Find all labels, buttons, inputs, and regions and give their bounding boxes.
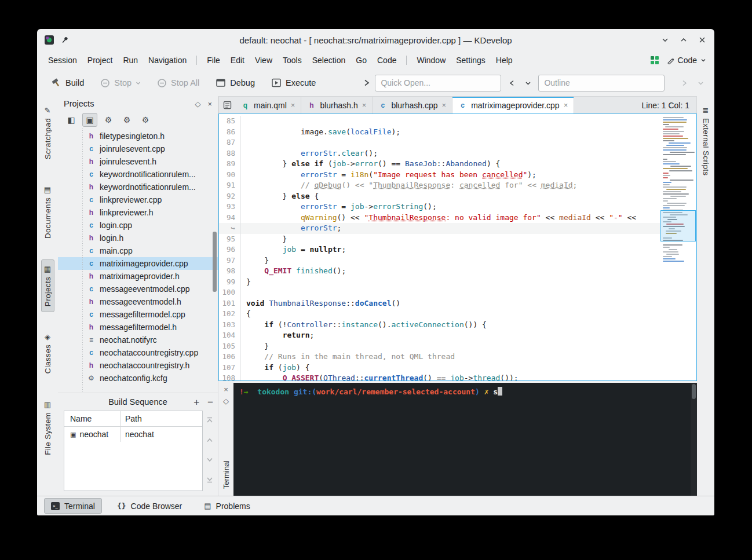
show-targets-icon[interactable]: ▣ bbox=[82, 113, 97, 127]
code-line[interactable]: 86 image.save(localFile); bbox=[219, 127, 660, 138]
tree-item-messageeventmodel-h[interactable]: hmessageeventmodel.h bbox=[58, 295, 218, 308]
terminal-scrollbar-thumb[interactable] bbox=[692, 384, 696, 399]
gear-icon-3[interactable]: ⚙ bbox=[138, 113, 153, 127]
gear-icon-2[interactable]: ⚙ bbox=[119, 113, 134, 127]
move-bottom-button[interactable] bbox=[205, 474, 215, 485]
code-line[interactable]: 98 Q_EMIT finished(); bbox=[219, 266, 660, 277]
add-target-button[interactable]: + bbox=[194, 397, 199, 407]
area-grid-icon[interactable] bbox=[651, 56, 659, 64]
menu-item-session[interactable]: Session bbox=[43, 53, 82, 67]
tree-item-linkpreviewer-cpp[interactable]: clinkpreviewer.cpp bbox=[58, 193, 218, 206]
tree-item-filetypesingleton-h[interactable]: hfiletypesingleton.h bbox=[58, 130, 218, 142]
close-tab-icon[interactable]: × bbox=[564, 101, 568, 109]
debug-button[interactable]: Debug bbox=[210, 74, 261, 92]
code-line[interactable]: 107 if (job) { bbox=[219, 363, 660, 374]
close-terminal-icon[interactable]: × bbox=[224, 385, 228, 397]
nav-dropdown-button[interactable] bbox=[522, 76, 534, 90]
close-tab-icon[interactable]: × bbox=[362, 101, 367, 109]
move-top-button[interactable] bbox=[205, 415, 215, 426]
close-button[interactable] bbox=[697, 35, 707, 45]
nav-back-button[interactable] bbox=[506, 76, 517, 90]
close-tab-icon[interactable]: × bbox=[442, 101, 447, 109]
code-line[interactable]: 92 } else { bbox=[219, 191, 660, 202]
menu-item-code[interactable]: Code bbox=[372, 53, 401, 67]
tree-item-neochatconfig-kcfg[interactable]: ⚙neochatconfig.kcfg bbox=[58, 372, 218, 385]
dock-tab-projects[interactable]: ▦Projects bbox=[41, 259, 54, 312]
menu-item-navigation[interactable]: Navigation bbox=[143, 53, 192, 67]
column-header-path[interactable]: Path bbox=[120, 411, 202, 426]
code-line[interactable]: ↪ errorStr; bbox=[219, 223, 660, 234]
tree-item-main-cpp[interactable]: cmain.cpp bbox=[58, 244, 218, 257]
stop-all-button[interactable]: Stop All bbox=[151, 74, 205, 92]
tree-item-matriximageprovider-h[interactable]: hmatriximageprovider.h bbox=[58, 270, 218, 283]
code-line[interactable]: 103 if (!Controller::instance().activeCo… bbox=[219, 320, 660, 331]
tree-item-keywordnotificationrulem[interactable]: hkeywordnotificationrulem... bbox=[58, 181, 218, 193]
code-line[interactable]: 106 // Runs in the main thread, not QML … bbox=[219, 352, 660, 363]
menu-item-tools[interactable]: Tools bbox=[278, 53, 307, 67]
code-line[interactable]: 93 errorStr = job->errorString(); bbox=[219, 202, 660, 213]
tree-item-messagefiltermodel-h[interactable]: hmessagefiltermodel.h bbox=[58, 321, 218, 334]
minimap[interactable] bbox=[660, 114, 696, 380]
menu-item-project[interactable]: Project bbox=[82, 53, 118, 67]
code-line[interactable]: 95 } bbox=[219, 234, 660, 245]
tree-item-linkpreviewer-h[interactable]: hlinkpreviewer.h bbox=[58, 206, 218, 219]
tree-item-joinrulesevent-h[interactable]: hjoinrulesevent.h bbox=[58, 155, 218, 168]
menu-item-selection[interactable]: Selection bbox=[307, 53, 351, 67]
code-line[interactable]: 102{ bbox=[219, 309, 660, 320]
menu-item-view[interactable]: View bbox=[250, 53, 278, 67]
execute-button[interactable]: Execute bbox=[265, 74, 322, 92]
tree-item-keywordnotificationrulem[interactable]: ckeywordnotificationrulem... bbox=[58, 168, 218, 181]
document-list-icon[interactable] bbox=[219, 97, 235, 114]
tree-item-matriximageprovider-cpp[interactable]: cmatriximageprovider.cpp bbox=[58, 257, 218, 270]
tree-item-login-h[interactable]: hlogin.h bbox=[58, 232, 218, 244]
menu-item-go[interactable]: Go bbox=[351, 53, 372, 67]
code-line[interactable]: 90 errorStr = i18n("Image request has be… bbox=[219, 170, 660, 181]
code-line[interactable]: 89 } else if (job->error() == BaseJob::A… bbox=[219, 159, 660, 170]
code-line[interactable]: 101void ThumbnailResponse::doCancel() bbox=[219, 298, 660, 309]
terminal-scrollbar[interactable] bbox=[691, 383, 697, 496]
build-sequence-row[interactable]: ▣neochatneochat bbox=[64, 427, 202, 442]
minimap-viewport[interactable] bbox=[660, 210, 696, 241]
terminal-screen[interactable]: !→ tokodon git:(work/carl/remember-selec… bbox=[233, 383, 691, 496]
menu-item-help[interactable]: Help bbox=[491, 53, 518, 67]
editor-tab-matriximageprovider-cpp[interactable]: cmatriximageprovider.cpp× bbox=[452, 97, 574, 114]
tree-item-neochataccountregistry-cpp[interactable]: cneochataccountregistry.cpp bbox=[58, 346, 218, 359]
tree-scrollbar[interactable] bbox=[213, 232, 217, 292]
float-panel-icon[interactable]: ◇ bbox=[195, 100, 200, 108]
maximize-button[interactable] bbox=[678, 35, 689, 45]
code-line[interactable]: 87 bbox=[219, 137, 660, 148]
code-line[interactable]: 104 return; bbox=[219, 330, 660, 341]
nav-forward-dropdown-button[interactable] bbox=[695, 76, 706, 90]
editor-tab-blurhash-h[interactable]: hblurhash.h× bbox=[301, 97, 373, 114]
detach-terminal-icon[interactable]: ◇ bbox=[223, 397, 229, 408]
code-line[interactable]: 94 qWarning() << "ThumbnailResponse: no … bbox=[219, 213, 660, 224]
statusbar-tab-code-browser[interactable]: {}Code Browser bbox=[110, 498, 189, 514]
editor-tab-main-qml[interactable]: qmain.qml× bbox=[235, 97, 301, 114]
dock-tab-scratchpad[interactable]: ✎Scratchpad bbox=[41, 101, 54, 165]
editor-tab-blurhash-cpp[interactable]: cblurhash.cpp× bbox=[373, 97, 452, 114]
pin-icon[interactable] bbox=[60, 35, 70, 45]
code-line[interactable]: 108 Q_ASSERT(QThread::currentThread() ==… bbox=[219, 373, 660, 380]
tree-item-messagefiltermodel-cpp[interactable]: cmessagefiltermodel.cpp bbox=[58, 308, 218, 321]
dock-tab-documents[interactable]: ▤Documents bbox=[41, 180, 54, 244]
statusbar-tab-problems[interactable]: ▤Problems bbox=[197, 498, 257, 514]
minimize-button[interactable] bbox=[660, 35, 670, 45]
stop-button[interactable]: Stop bbox=[94, 74, 147, 92]
code-line[interactable]: 100 bbox=[219, 287, 660, 298]
menu-item-run[interactable]: Run bbox=[118, 53, 143, 67]
dock-tab-classes[interactable]: ◈Classes bbox=[41, 327, 54, 379]
remove-target-button[interactable]: − bbox=[207, 397, 213, 407]
code-view[interactable]: 8586 image.save(localFile);8788 errorStr… bbox=[219, 114, 660, 380]
menu-item-file[interactable]: File bbox=[202, 53, 225, 67]
code-line[interactable]: 97 } bbox=[219, 255, 660, 266]
code-line[interactable]: 96 job = nullptr; bbox=[219, 244, 660, 255]
code-line[interactable]: 105 } bbox=[219, 341, 660, 352]
titlebar[interactable]: default: neochat - [ neochat:src/matrixi… bbox=[37, 29, 714, 51]
outline-input[interactable] bbox=[538, 75, 665, 91]
code-line[interactable]: 99} bbox=[219, 277, 660, 288]
move-down-button[interactable] bbox=[205, 455, 215, 465]
menu-item-settings[interactable]: Settings bbox=[451, 53, 491, 67]
locate-document-icon[interactable]: ◧ bbox=[64, 113, 79, 127]
gear-icon[interactable]: ⚙ bbox=[101, 113, 116, 127]
close-tab-icon[interactable]: × bbox=[291, 101, 295, 109]
